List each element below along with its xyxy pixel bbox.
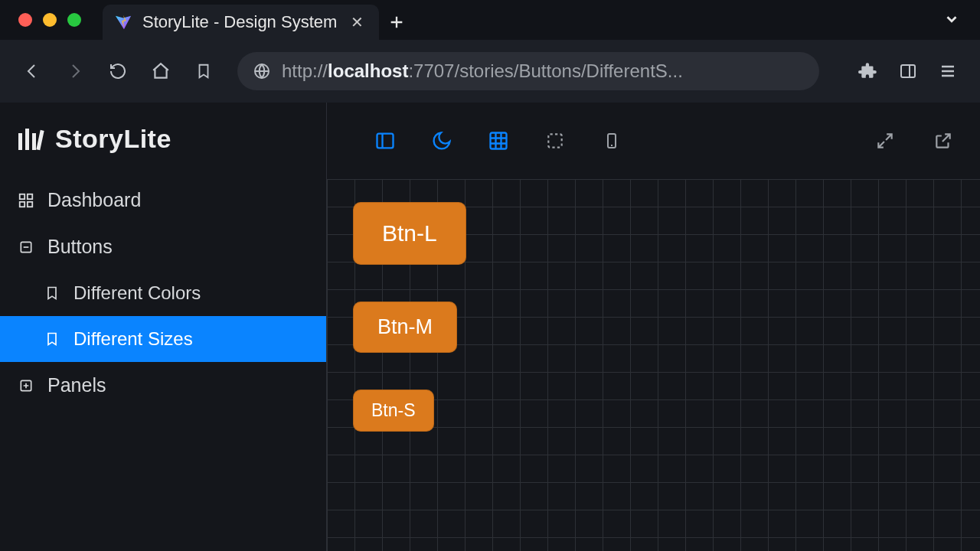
collapse-icon [17, 238, 35, 256]
vite-favicon-icon [115, 14, 132, 31]
sidebar: StoryLite Dashboard Buttons [0, 103, 326, 551]
nav-group-buttons[interactable]: Buttons [0, 223, 326, 270]
brand-name: StoryLite [55, 124, 172, 154]
forward-button[interactable] [58, 54, 92, 88]
outline-toggle-button[interactable] [540, 126, 570, 156]
nav-sub-different-colors[interactable]: Different Colors [0, 270, 326, 316]
expand-icon [17, 377, 35, 395]
nav-group-panels[interactable]: Panels [0, 362, 326, 409]
responsive-button[interactable] [596, 126, 627, 156]
toggle-sidebar-button[interactable] [370, 126, 400, 156]
close-window-button[interactable] [18, 13, 32, 27]
svg-rect-13 [491, 133, 507, 149]
svg-rect-14 [548, 134, 561, 147]
reload-button[interactable] [101, 54, 135, 88]
bookmark-button[interactable] [187, 54, 220, 88]
url-path: :7707/stories/Buttons/DifferentS... [408, 60, 682, 81]
svg-rect-7 [28, 194, 32, 198]
open-external-button[interactable] [928, 126, 959, 156]
back-button[interactable] [15, 54, 49, 88]
bookmark-icon [43, 330, 61, 348]
tab-bar: StoryLite - Design System ✕ [103, 0, 414, 40]
close-tab-icon[interactable]: ✕ [351, 13, 364, 31]
svg-rect-9 [28, 201, 32, 206]
nav-label: Different Sizes [74, 328, 193, 350]
tab-title: StoryLite - Design System [142, 12, 337, 32]
dashboard-icon [17, 191, 35, 210]
demo-button-large[interactable]: Btn-L [353, 202, 466, 265]
grid-toggle-button[interactable] [483, 126, 514, 156]
nav-label: Buttons [47, 236, 113, 258]
demo-button-medium[interactable]: Btn-M [353, 302, 457, 353]
demo-button-small[interactable]: Btn-S [353, 390, 434, 432]
story-canvas[interactable]: Btn-L Btn-M Btn-S [327, 179, 980, 551]
new-tab-button[interactable] [379, 5, 414, 40]
browser-window: StoryLite - Design System ✕ [0, 0, 980, 551]
storylite-logo-icon [17, 126, 44, 153]
browser-toolbar: http://localhost:7707/stories/Buttons/Di… [0, 40, 980, 103]
dark-mode-button[interactable] [426, 126, 457, 156]
minimize-window-button[interactable] [43, 13, 57, 27]
svg-rect-2 [18, 133, 22, 150]
nav-label: Different Colors [74, 282, 201, 304]
url-scheme: http:// [282, 60, 328, 81]
fullscreen-button[interactable] [870, 126, 900, 156]
extensions-button[interactable] [851, 54, 885, 88]
nav-sub-different-sizes[interactable]: Different Sizes [0, 316, 326, 362]
nav-label: Dashboard [47, 189, 141, 211]
window-controls [0, 13, 81, 27]
titlebar: StoryLite - Design System ✕ [0, 0, 980, 40]
svg-rect-4 [32, 133, 36, 150]
svg-rect-12 [377, 134, 394, 148]
address-bar[interactable]: http://localhost:7707/stories/Buttons/Di… [237, 52, 819, 90]
nav-label: Panels [47, 374, 106, 396]
url-host: localhost [328, 60, 408, 81]
brand: StoryLite [0, 124, 326, 177]
svg-rect-8 [20, 201, 24, 206]
maximize-window-button[interactable] [67, 13, 81, 27]
nav-item-dashboard[interactable]: Dashboard [0, 177, 326, 223]
bookmark-icon [43, 284, 61, 302]
globe-icon [253, 62, 271, 80]
canvas-toolbar [327, 103, 980, 179]
app-body: StoryLite Dashboard Buttons [0, 103, 980, 551]
svg-rect-5 [36, 129, 44, 149]
nav: Dashboard Buttons Different Colors [0, 177, 326, 409]
home-button[interactable] [144, 54, 178, 88]
svg-rect-1 [901, 65, 915, 77]
canvas-area: Btn-L Btn-M Btn-S [326, 103, 980, 551]
svg-rect-6 [20, 194, 24, 198]
button-demo-group: Btn-L Btn-M Btn-S [353, 202, 466, 432]
tab-overflow-button[interactable] [943, 11, 960, 28]
menu-button[interactable] [931, 54, 965, 88]
url-text: http://localhost:7707/stories/Buttons/Di… [282, 60, 683, 82]
sidepanel-button[interactable] [891, 54, 925, 88]
svg-rect-3 [25, 129, 29, 150]
browser-tab[interactable]: StoryLite - Design System ✕ [103, 5, 379, 40]
